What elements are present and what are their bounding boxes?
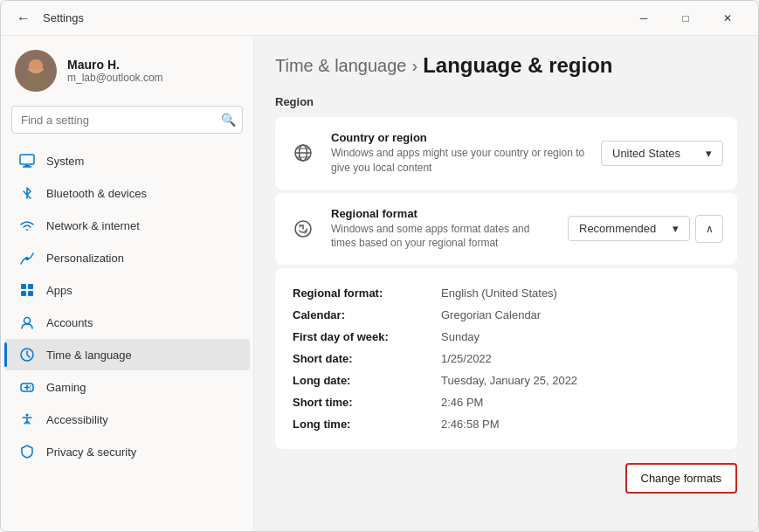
sidebar-item-personalization[interactable]: Personalization <box>4 242 250 273</box>
breadcrumb-parent: Time & language <box>275 56 406 76</box>
detail-regional-format-key: Regional format: <box>293 287 441 300</box>
regional-format-label: Regional format <box>331 207 554 220</box>
sidebar-item-network[interactable]: Network & internet <box>4 210 250 241</box>
search-box: 🔍 <box>11 106 243 134</box>
regional-format-card: A文 Regional format Windows and some apps… <box>275 193 737 266</box>
user-email: m_lab@outlook.com <box>67 72 163 84</box>
svg-point-16 <box>30 385 31 387</box>
section-title: Region <box>275 95 737 108</box>
back-button[interactable]: ← <box>11 6 36 31</box>
detail-long-time: Long time: 2:46:58 PM <box>293 413 720 435</box>
accessibility-icon <box>18 411 36 428</box>
svg-text:文: 文 <box>304 229 308 234</box>
sidebar-item-personalization-label: Personalization <box>46 252 124 265</box>
sidebar-item-gaming-label: Gaming <box>46 381 86 394</box>
detail-long-time-key: Long time: <box>293 418 441 431</box>
detail-short-date: Short date: 1/25/2022 <box>293 348 720 370</box>
detail-short-time-key: Short time: <box>293 396 441 409</box>
detail-calendar-val: Gregorian Calendar <box>441 308 541 321</box>
regional-format-desc: Windows and some apps format dates and t… <box>331 222 554 252</box>
sidebar-item-system-label: System <box>46 155 84 168</box>
svg-point-17 <box>30 388 31 390</box>
sidebar-item-accessibility[interactable]: Accessibility <box>4 404 250 435</box>
detail-regional-format-val: English (United States) <box>441 287 557 300</box>
detail-long-date-key: Long date: <box>293 374 441 387</box>
time-icon <box>18 346 36 363</box>
change-formats-section: Change formats <box>275 453 737 497</box>
country-region-row: Country or region Windows and apps might… <box>275 117 737 190</box>
sidebar-item-accessibility-label: Accessibility <box>46 413 108 426</box>
regional-format-expand-button[interactable]: ∧ <box>695 215 723 243</box>
close-button[interactable]: ✕ <box>707 4 748 32</box>
sidebar-item-privacy-label: Privacy & security <box>46 446 136 459</box>
regional-format-value: Recommended <box>579 222 656 235</box>
sidebar-item-time-label: Time & language <box>46 349 132 362</box>
user-profile: Mauro H. m_lab@outlook.com <box>1 36 253 102</box>
detail-long-date-val: Tuesday, January 25, 2022 <box>441 374 577 387</box>
content-area: Mauro H. m_lab@outlook.com 🔍 System <box>1 36 758 531</box>
regional-format-row: A文 Regional format Windows and some apps… <box>275 193 737 266</box>
detail-calendar-key: Calendar: <box>293 308 441 321</box>
sidebar-item-time[interactable]: Time & language <box>4 339 250 370</box>
regional-format-icon: A文 <box>289 215 317 243</box>
sidebar-item-apps-label: Apps <box>46 284 72 297</box>
privacy-icon <box>18 443 36 460</box>
sidebar-item-privacy[interactable]: Privacy & security <box>4 436 250 467</box>
detail-calendar: Calendar: Gregorian Calendar <box>293 304 720 326</box>
regional-format-dropdown[interactable]: Recommended ▾ <box>568 216 690 241</box>
detail-short-time: Short time: 2:46 PM <box>293 391 720 413</box>
sidebar-item-accounts[interactable]: Accounts <box>4 307 250 338</box>
user-name: Mauro H. <box>67 58 163 72</box>
country-region-value: United States <box>612 147 680 160</box>
country-region-desc: Windows and apps might use your country … <box>331 146 587 176</box>
main-content: Time & language › Language & region Regi… <box>254 36 758 531</box>
maximize-button[interactable]: □ <box>666 4 706 32</box>
regional-format-control: Recommended ▾ ∧ <box>568 215 723 243</box>
country-region-card: Country or region Windows and apps might… <box>275 117 737 190</box>
breadcrumb-current: Language & region <box>423 53 612 78</box>
sidebar-item-bluetooth[interactable]: Bluetooth & devices <box>4 177 250 209</box>
search-input[interactable] <box>11 106 243 134</box>
minimize-button[interactable]: ─ <box>624 4 664 32</box>
breadcrumb: Time & language › Language & region <box>275 53 737 78</box>
window: ← Settings ─ □ ✕ Mauro H. <box>0 0 759 532</box>
country-region-control: United States ▾ <box>601 141 723 166</box>
globe-icon <box>289 139 317 167</box>
search-icon: 🔍 <box>221 113 236 127</box>
detail-short-date-key: Short date: <box>293 352 441 365</box>
svg-point-1 <box>24 75 47 88</box>
titlebar-title: Settings <box>43 11 84 24</box>
detail-long-time-val: 2:46:58 PM <box>441 418 500 431</box>
change-formats-button[interactable]: Change formats <box>625 463 738 494</box>
detail-short-time-val: 2:46 PM <box>441 396 483 409</box>
sidebar: Mauro H. m_lab@outlook.com 🔍 System <box>1 36 254 531</box>
svg-text:A: A <box>299 224 302 229</box>
regional-format-details: Regional format: English (United States)… <box>275 268 737 449</box>
country-region-dropdown[interactable]: United States ▾ <box>601 141 723 166</box>
detail-long-date: Long date: Tuesday, January 25, 2022 <box>293 370 720 391</box>
regional-format-text: Regional format Windows and some apps fo… <box>331 207 554 252</box>
avatar <box>15 50 57 92</box>
sidebar-item-network-label: Network & internet <box>46 219 140 232</box>
accounts-icon <box>18 314 36 331</box>
sidebar-item-system[interactable]: System <box>4 145 250 176</box>
svg-point-6 <box>25 257 29 260</box>
chevron-down-icon: ▾ <box>706 147 712 160</box>
system-icon <box>18 152 36 169</box>
svg-rect-3 <box>20 155 34 164</box>
svg-point-18 <box>26 414 29 417</box>
country-region-text: Country or region Windows and apps might… <box>331 131 587 176</box>
window-controls: ─ □ ✕ <box>624 4 748 32</box>
sidebar-item-apps[interactable]: Apps <box>4 274 250 306</box>
detail-short-date-val: 1/25/2022 <box>441 352 492 365</box>
svg-rect-10 <box>28 291 33 296</box>
personalization-icon <box>18 249 36 266</box>
svg-point-11 <box>24 318 31 324</box>
bluetooth-icon <box>18 184 36 202</box>
country-region-label: Country or region <box>331 131 587 144</box>
sidebar-item-gaming[interactable]: Gaming <box>4 371 250 403</box>
detail-first-day: First day of week: Sunday <box>293 326 720 348</box>
gaming-icon <box>18 378 36 396</box>
svg-rect-7 <box>21 284 26 289</box>
detail-first-day-val: Sunday <box>441 330 480 343</box>
